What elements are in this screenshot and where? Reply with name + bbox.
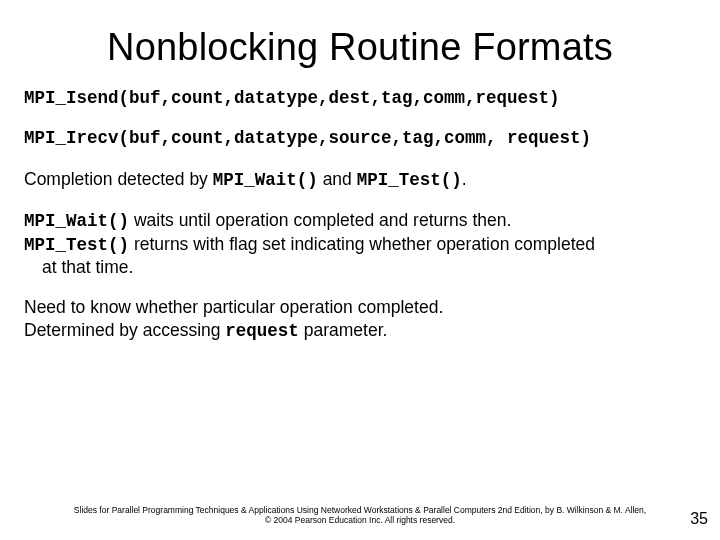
slide-body: MPI_Isend(buf,count,datatype,dest,tag,co… bbox=[0, 69, 720, 342]
text: Completion detected by bbox=[24, 169, 213, 189]
wait-line: MPI_Wait() waits until operation complet… bbox=[24, 209, 696, 232]
slide-title: Nonblocking Routine Formats bbox=[0, 0, 720, 69]
code-irecv: MPI_Irecv(buf,count,datatype,source,tag,… bbox=[24, 127, 696, 149]
completion-line: Completion detected by MPI_Wait() and MP… bbox=[24, 168, 696, 191]
text: Determined by accessing bbox=[24, 320, 225, 340]
test-line: MPI_Test() returns with flag set indicat… bbox=[24, 233, 696, 256]
text: at that time. bbox=[42, 257, 133, 277]
page-number: 35 bbox=[690, 510, 708, 528]
code-test: MPI_Test() bbox=[357, 170, 462, 190]
code-wait: MPI_Wait() bbox=[24, 211, 129, 231]
code-wait: MPI_Wait() bbox=[213, 170, 318, 190]
code-isend: MPI_Isend(buf,count,datatype,dest,tag,co… bbox=[24, 87, 696, 109]
slide: Nonblocking Routine Formats MPI_Isend(bu… bbox=[0, 0, 720, 540]
text: parameter. bbox=[299, 320, 388, 340]
text: returns with flag set indicating whether… bbox=[129, 234, 595, 254]
code-test: MPI_Test() bbox=[24, 235, 129, 255]
test-line-cont: at that time. bbox=[24, 256, 696, 278]
footer-line1: Slides for Parallel Programming Techniqu… bbox=[30, 505, 690, 516]
text: . bbox=[462, 169, 467, 189]
code-request: request bbox=[225, 321, 299, 341]
text: and bbox=[318, 169, 357, 189]
footer: Slides for Parallel Programming Techniqu… bbox=[0, 505, 720, 526]
need-block: Need to know whether particular operatio… bbox=[24, 296, 696, 342]
need-line: Need to know whether particular operatio… bbox=[24, 296, 696, 318]
wait-test-block: MPI_Wait() waits until operation complet… bbox=[24, 209, 696, 278]
text: waits until operation completed and retu… bbox=[129, 210, 511, 230]
footer-line2: © 2004 Pearson Education Inc. All rights… bbox=[30, 515, 690, 526]
determined-line: Determined by accessing request paramete… bbox=[24, 319, 696, 342]
